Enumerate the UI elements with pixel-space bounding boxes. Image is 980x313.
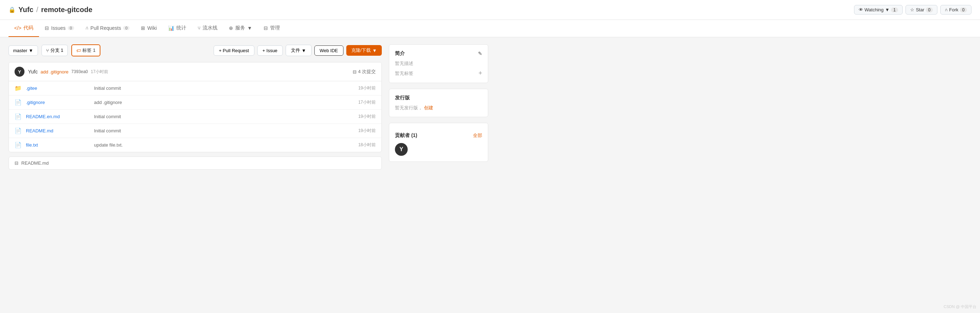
fork-count: 0	[960, 8, 967, 13]
readme-label[interactable]: README.md	[21, 160, 49, 166]
commit-count-label: 4 次提交	[358, 68, 376, 75]
tab-wiki-label: Wiki	[147, 25, 156, 31]
repo-title: 🔒 Yufc / remote-gitcode	[8, 6, 92, 14]
branch-count-icon: ⑂	[46, 48, 49, 53]
contributor-title: 贡献者 (1)	[395, 132, 417, 139]
chevron-down-icon: ▼	[885, 7, 889, 13]
file-row: 📄 README.md Initial commit 19小时前	[9, 124, 382, 138]
file-row: 📁 .gitee Initial commit 19小时前	[9, 81, 382, 95]
tab-manage[interactable]: ⊟ 管理	[258, 20, 286, 37]
stats-icon: 📊	[168, 25, 174, 31]
file-dropdown-icon: ▼	[302, 48, 306, 53]
fork-button[interactable]: ⑃ Fork 0	[940, 5, 972, 14]
add-tag-button[interactable]: +	[478, 70, 482, 77]
web-ide-label: Web IDE	[320, 48, 338, 53]
file-label: 文件	[291, 47, 300, 54]
watch-button[interactable]: 👁 Watching ▼ 1	[854, 5, 903, 14]
tab-pullrequests[interactable]: ⑃ Pull Requests 0	[80, 20, 135, 37]
tab-stats-label: 统计	[177, 25, 186, 31]
tab-pipeline[interactable]: ⑂ 流水线	[192, 20, 223, 37]
tab-issues[interactable]: ⊟ Issues 0	[39, 20, 80, 37]
file-name[interactable]: .gitee	[26, 86, 90, 91]
header-actions: 👁 Watching ▼ 1 ☆ Star 0 ⑃ Fork 0	[854, 5, 972, 14]
repo-table: Y Yufc add .gitignore 7393ea0 17小时前 ⊟ 4 …	[8, 62, 382, 152]
repo-separator: /	[36, 6, 38, 14]
issue-plus-label: + Issue	[262, 48, 277, 53]
tag-icon: 🏷	[76, 48, 81, 53]
issue-button[interactable]: + Issue	[257, 45, 283, 56]
issues-badge: 0	[68, 26, 74, 30]
tab-wiki[interactable]: ⊞ Wiki	[135, 20, 162, 37]
file-button[interactable]: 文件 ▼	[286, 45, 312, 56]
file-time: 19小时前	[358, 85, 376, 91]
tab-service-label: 服务	[235, 25, 245, 31]
branch-count-btn[interactable]: ⑂ 分支 1	[41, 45, 68, 56]
file-doc-icon: 📄	[14, 113, 22, 120]
contributor-section: 贡献者 (1) 全部 Y	[389, 123, 488, 162]
commit-count-icon: ⊟	[353, 69, 356, 75]
file-name[interactable]: .gitignore	[26, 100, 90, 105]
pull-request-button[interactable]: + Pull Request	[213, 45, 255, 56]
file-commit: Initial commit	[94, 114, 354, 119]
right-panel: 简介 ✎ 暂无描述 暂无标签 + 发行版 暂无发行版， 创建 贡献者 (1)	[389, 44, 488, 170]
file-row: 📄 README.en.md Initial commit 19小时前	[9, 110, 382, 124]
tab-stats[interactable]: 📊 统计	[162, 20, 192, 37]
repo-name[interactable]: remote-gitcode	[41, 6, 92, 14]
commit-author[interactable]: Yufc	[28, 69, 38, 75]
branch-label: master	[13, 48, 27, 53]
no-release-text: 暂无发行版，	[395, 105, 423, 110]
all-contributors-link[interactable]: 全部	[473, 132, 482, 139]
file-time: 18小时前	[358, 142, 376, 148]
watch-label: Watching	[865, 7, 884, 13]
commit-time: 17小时前	[91, 69, 108, 75]
readme-icon: ⊟	[14, 160, 18, 166]
left-panel: master ▼ ⑂ 分支 1 🏷 标签 1 + Pull Request + …	[8, 44, 382, 170]
pr-badge: 0	[123, 26, 129, 30]
release-title: 发行版	[395, 95, 482, 101]
release-title-label: 发行版	[395, 95, 410, 101]
commit-message[interactable]: add .gitignore	[40, 69, 68, 75]
tab-manage-label: 管理	[270, 25, 280, 31]
branch-count-label: 分支 1	[50, 47, 64, 54]
commit-count: ⊟ 4 次提交	[353, 68, 376, 75]
tab-code[interactable]: </> 代码	[8, 20, 39, 37]
release-section: 发行版 暂无发行版， 创建	[389, 89, 488, 117]
file-name[interactable]: file.txt	[26, 142, 90, 148]
tab-service[interactable]: ⊕ 服务 ▼	[223, 20, 258, 37]
file-commit: add .gitignore	[94, 100, 354, 105]
toolbar-right: + Pull Request + Issue 文件 ▼ Web IDE 克隆/下…	[213, 45, 382, 56]
star-count: 0	[926, 8, 933, 13]
branch-selector[interactable]: master ▼	[8, 45, 38, 56]
tag-btn[interactable]: 🏷 标签 1	[71, 44, 100, 56]
file-time: 19小时前	[358, 128, 376, 134]
contributor-header: 贡献者 (1) 全部	[395, 132, 482, 139]
clone-button[interactable]: 克隆/下载 ▼	[346, 45, 382, 56]
star-button[interactable]: ☆ Star 0	[905, 5, 937, 14]
commit-hash: 7393ea0	[71, 69, 88, 74]
pr-plus-label: + Pull Request	[219, 48, 249, 53]
intro-section: 简介 ✎ 暂无描述 暂无标签 +	[389, 44, 488, 83]
repo-owner[interactable]: Yufc	[18, 6, 33, 14]
star-icon: ☆	[910, 7, 914, 13]
commit-bar: Y Yufc add .gitignore 7393ea0 17小时前 ⊟ 4 …	[9, 62, 382, 81]
file-commit: Initial commit	[94, 128, 354, 133]
top-header: 🔒 Yufc / remote-gitcode 👁 Watching ▼ 1 ☆…	[0, 0, 980, 20]
edit-icon[interactable]: ✎	[478, 51, 482, 56]
contributor-avatar[interactable]: Y	[395, 143, 408, 156]
tab-pipeline-label: 流水线	[203, 25, 218, 31]
clone-dropdown-icon: ▼	[372, 48, 377, 53]
clone-label: 克隆/下载	[351, 47, 371, 54]
pipeline-icon: ⑂	[197, 25, 200, 31]
tab-pr-label: Pull Requests	[91, 25, 121, 31]
file-doc-icon: 📄	[14, 127, 22, 134]
file-row: 📄 .gitignore add .gitignore 17小时前	[9, 95, 382, 110]
pr-icon: ⑃	[86, 25, 88, 31]
create-release-link[interactable]: 创建	[424, 105, 433, 110]
fork-label: Fork	[949, 7, 958, 13]
file-name[interactable]: README.md	[26, 128, 90, 133]
toolbar: master ▼ ⑂ 分支 1 🏷 标签 1 + Pull Request + …	[8, 44, 382, 56]
watch-count: 1	[891, 8, 898, 13]
intro-title-label: 简介	[395, 51, 405, 57]
web-ide-button[interactable]: Web IDE	[314, 45, 344, 56]
file-name[interactable]: README.en.md	[26, 114, 90, 119]
